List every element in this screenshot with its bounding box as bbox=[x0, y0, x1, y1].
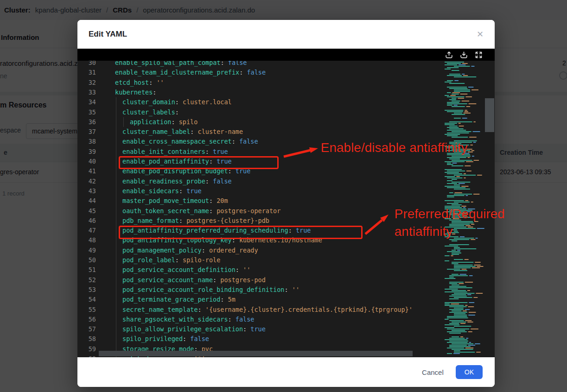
cancel-button[interactable]: Cancel bbox=[422, 368, 444, 376]
yaml-code: enable_sidecars: true bbox=[77, 186, 202, 196]
yaml-code: pdb_name_format: postgres-{cluster}-pdb bbox=[77, 216, 269, 226]
dialog-title: Edit YAML bbox=[89, 30, 127, 39]
yaml-line-45[interactable]: 45oauth_token_secret_name: postgres-oper… bbox=[77, 206, 495, 216]
yaml-line-49[interactable]: 49pod_management_policy: ordered_ready bbox=[77, 246, 495, 255]
indent-guide bbox=[123, 117, 124, 127]
yaml-code: enable_pod_antiaffinity: true bbox=[77, 157, 232, 166]
yaml-line-53[interactable]: 53pod_service_account_role_binding_defin… bbox=[77, 285, 495, 295]
yaml-code: enable_readiness_probe: false bbox=[77, 177, 232, 186]
minimap[interactable] bbox=[443, 61, 485, 357]
edit-yaml-dialog: Edit YAML ✕ bbox=[77, 20, 495, 387]
yaml-line-44[interactable]: 44master_pod_move_timeout: 20m bbox=[77, 196, 495, 206]
yaml-line-43[interactable]: 43enable_sidecars: true bbox=[77, 186, 495, 196]
yaml-line-46[interactable]: 46pdb_name_format: postgres-{cluster}-pd… bbox=[77, 216, 495, 226]
yaml-code: pod_service_account_definition: '' bbox=[77, 265, 250, 275]
yaml-code: application: spilo bbox=[77, 117, 197, 127]
yaml-line-37[interactable]: 37cluster_name_label: cluster-name bbox=[77, 127, 495, 137]
editor-toolbar bbox=[77, 49, 495, 61]
dialog-footer: Cancel OK bbox=[77, 357, 495, 387]
indent-guide bbox=[116, 97, 116, 357]
vertical-scrollbar-thumb[interactable] bbox=[485, 98, 494, 132]
yaml-line-56[interactable]: 56share_pgsocket_with_sidecars: false bbox=[77, 315, 495, 324]
yaml-code: enable_init_containers: true bbox=[77, 147, 228, 157]
yaml-code: kubernetes: bbox=[77, 88, 156, 97]
yaml-line-31[interactable]: 31enable_team_id_clustername_prefix: fal… bbox=[77, 68, 495, 77]
yaml-line-47[interactable]: 47pod_antiaffinity_preferred_during_sche… bbox=[77, 226, 495, 235]
yaml-line-30[interactable]: 30enable_spilo_wal_path_compat: false bbox=[77, 61, 495, 68]
yaml-code: oauth_token_secret_name: postgres-operat… bbox=[77, 206, 280, 216]
yaml-code: pod_service_account_name: postgres-pod bbox=[77, 275, 266, 285]
yaml-line-54[interactable]: 54pod_terminate_grace_period: 5m bbox=[77, 295, 495, 304]
yaml-code: master_pod_move_timeout: 20m bbox=[77, 196, 228, 206]
yaml-code: pod_service_account_role_binding_definit… bbox=[77, 285, 299, 295]
yaml-code: pod_management_policy: ordered_ready bbox=[77, 246, 258, 255]
dialog-header: Edit YAML ✕ bbox=[77, 20, 495, 49]
yaml-code: secret_name_template: '{username}.{clust… bbox=[77, 305, 413, 315]
yaml-line-41[interactable]: 41enable_pod_disruption_budget: true bbox=[77, 166, 495, 176]
upload-icon[interactable] bbox=[445, 51, 453, 59]
yaml-code: spilo_privileged: false bbox=[77, 334, 209, 344]
yaml-code: cluster_labels: bbox=[77, 107, 179, 117]
horizontal-scrollbar-thumb[interactable] bbox=[99, 351, 413, 356]
yaml-code: enable_spilo_wal_path_compat: false bbox=[77, 61, 247, 68]
yaml-line-32[interactable]: 32etcd_host: '' bbox=[77, 78, 495, 88]
yaml-code: cluster_name_label: cluster-name bbox=[77, 127, 243, 137]
download-icon[interactable] bbox=[460, 51, 468, 59]
yaml-line-42[interactable]: 42enable_readiness_probe: false bbox=[77, 177, 495, 186]
yaml-line-35[interactable]: 35cluster_labels: bbox=[77, 107, 495, 117]
yaml-code: spilo_allow_privilege_escalation: true bbox=[77, 324, 266, 334]
yaml-code: enable_team_id_clustername_prefix: false bbox=[77, 68, 266, 77]
yaml-line-34[interactable]: 34cluster_domain: cluster.local bbox=[77, 97, 495, 107]
yaml-line-40[interactable]: 40enable_pod_antiaffinity: true bbox=[77, 157, 495, 166]
screen: Cluster: kpanda-global-cluster / CRDs / … bbox=[0, 0, 567, 392]
yaml-code: share_pgsocket_with_sidecars: false bbox=[77, 315, 255, 324]
yaml-line-36[interactable]: 36application: spilo bbox=[77, 117, 495, 127]
yaml-code: cluster_domain: cluster.local bbox=[77, 97, 232, 107]
yaml-line-57[interactable]: 57spilo_allow_privilege_escalation: true bbox=[77, 324, 495, 334]
yaml-code: enable_cross_namespace_secret: false bbox=[77, 137, 258, 146]
yaml-line-50[interactable]: 50pod_role_label: spilo-role bbox=[77, 255, 495, 265]
yaml-line-52[interactable]: 52pod_service_account_name: postgres-pod bbox=[77, 275, 495, 285]
yaml-code: etcd_host: '' bbox=[77, 78, 164, 88]
yaml-code: pod_role_label: spilo-role bbox=[77, 255, 220, 265]
yaml-line-55[interactable]: 55secret_name_template: '{username}.{clu… bbox=[77, 305, 495, 315]
yaml-line-58[interactable]: 58spilo_privileged: false bbox=[77, 334, 495, 344]
yaml-line-51[interactable]: 51pod_service_account_definition: '' bbox=[77, 265, 495, 275]
yaml-code: pod_antiaffinity_topology_key: kubernete… bbox=[77, 235, 322, 245]
yaml-line-38[interactable]: 38enable_cross_namespace_secret: false bbox=[77, 137, 495, 146]
yaml-line-39[interactable]: 39enable_init_containers: true bbox=[77, 147, 495, 157]
ok-button[interactable]: OK bbox=[456, 365, 483, 379]
yaml-editor[interactable]: 30enable_spilo_wal_path_compat: false31e… bbox=[77, 61, 495, 357]
yaml-code: pod_terminate_grace_period: 5m bbox=[77, 295, 236, 304]
yaml-line-48[interactable]: 48pod_antiaffinity_topology_key: kuberne… bbox=[77, 235, 495, 245]
yaml-code: enable_pod_disruption_budget: true bbox=[77, 166, 250, 176]
yaml-code: pod_antiaffinity_preferred_during_schedu… bbox=[77, 226, 311, 235]
fullscreen-icon[interactable] bbox=[475, 51, 483, 59]
yaml-line-33[interactable]: 33kubernetes: bbox=[77, 88, 495, 97]
close-icon[interactable]: ✕ bbox=[477, 30, 484, 38]
